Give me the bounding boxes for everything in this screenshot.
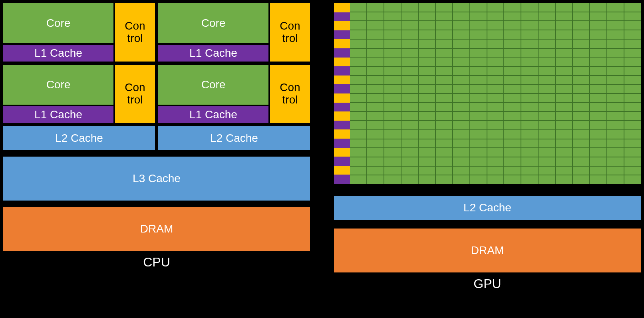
gpu-core-cell: [539, 157, 555, 166]
gpu-core-cell: [367, 175, 384, 184]
gpu-core-cell: [504, 67, 521, 75]
gpu-core-cell: [436, 58, 452, 66]
gpu-core-cell: [384, 12, 401, 21]
gpu-core-cell: [556, 112, 572, 120]
gpu-core-cell: [487, 121, 504, 129]
gpu-core-cell: [504, 139, 521, 148]
gpu-core-cell: [470, 175, 487, 184]
gpu-core-cell: [556, 67, 572, 75]
gpu-core-cell: [487, 103, 504, 111]
gpu-core-cell: [487, 40, 504, 48]
gpu-core-cell: [624, 175, 641, 184]
gpu-core-cell: [521, 139, 538, 148]
gpu-core-cell: [419, 40, 435, 48]
gpu-core-cell: [487, 175, 504, 184]
core-box: Core: [3, 3, 113, 43]
gpu-core-cell: [487, 94, 504, 102]
gpu-core-cell: [350, 12, 366, 21]
gpu-core-cell: [419, 148, 435, 157]
gpu-core-cell: [384, 157, 401, 166]
gpu-core-cell: [556, 157, 572, 166]
gpu-core-cell: [453, 175, 469, 184]
gpu-core-cell: [350, 49, 366, 57]
gpu-core-cell: [367, 21, 384, 30]
gpu-core-cell: [419, 49, 435, 57]
gpu-core-cell: [539, 67, 555, 75]
mini-l1: [334, 48, 350, 58]
cpu-l3-row: L3 Cache: [3, 157, 310, 201]
gpu-core-cell: [436, 103, 452, 111]
gpu-core-cell: [367, 112, 384, 120]
gpu-core-cell: [419, 12, 435, 21]
gpu-core-cell: [384, 112, 401, 120]
gpu-core-cell: [487, 112, 504, 120]
l1-cache: L1 Cache: [3, 106, 113, 123]
mini-control: [334, 93, 350, 103]
gpu-core-cell: [419, 30, 435, 39]
gpu-core-cell: [350, 148, 366, 157]
gpu-core-cell: [607, 103, 624, 111]
gpu-control-l1-column: [334, 3, 350, 184]
gpu-core-cell: [607, 67, 624, 75]
gpu-core-cell: [402, 85, 418, 93]
mini-l1: [334, 66, 350, 76]
l1-cache: L1 Cache: [3, 45, 113, 62]
gpu-core-cell: [384, 167, 401, 175]
gpu-core-cell: [419, 21, 435, 30]
gpu-core-cell: [384, 148, 401, 157]
gpu-core-cell: [607, 58, 624, 66]
gpu-core-cell: [402, 40, 418, 48]
gpu-core-cell: [521, 121, 538, 129]
gpu-core-cell: [556, 30, 572, 39]
gpu-core-cell: [521, 58, 538, 66]
gpu-core-cell: [573, 121, 589, 129]
cpu-core-2: Core Con trol L1 Cache: [3, 65, 155, 123]
gpu-core-cell: [487, 67, 504, 75]
mini-control: [334, 76, 350, 85]
gpu-core-cell: [556, 3, 572, 12]
gpu-core-cell: [470, 49, 487, 57]
gpu-core-cell: [521, 148, 538, 157]
gpu-core-cell: [573, 12, 589, 21]
gpu-dram-row: DRAM: [334, 229, 641, 272]
gpu-core-cell: [402, 139, 418, 148]
gpu-core-cell: [590, 103, 606, 111]
gpu-core-cell: [453, 157, 469, 166]
gpu-core-cell: [590, 85, 606, 93]
gpu-core-cell: [539, 21, 555, 30]
cpu-title: CPU: [3, 255, 310, 270]
gpu-core-cell: [624, 103, 641, 111]
gpu-core-cell: [402, 3, 418, 12]
gpu-core-cell: [521, 12, 538, 21]
gpu-core-cell: [607, 94, 624, 102]
gpu-core-cell: [470, 3, 487, 12]
gpu-core-cell: [590, 112, 606, 120]
gpu-core-cell: [573, 30, 589, 39]
gpu-core-cell: [470, 21, 487, 30]
cpu-core-grid: Core Con trol L1 Cache Core Con trol L1 …: [3, 3, 310, 123]
gpu-core-cell: [607, 21, 624, 30]
gpu-top: [334, 3, 641, 184]
gpu-core-cell: [453, 121, 469, 129]
gpu-core-cell: [590, 40, 606, 48]
gpu-core-cell: [504, 49, 521, 57]
gpu-core-cell: [350, 76, 366, 84]
gpu-core-cell: [367, 76, 384, 84]
gpu-core-cell: [470, 58, 487, 66]
gpu-core-cell: [384, 103, 401, 111]
gpu-core-cell: [470, 112, 487, 120]
gpu-core-cell: [436, 21, 452, 30]
gpu-core-cell: [590, 148, 606, 157]
gpu-core-cell: [367, 12, 384, 21]
gpu-core-cell: [573, 49, 589, 57]
gpu-core-cell: [624, 94, 641, 102]
gpu-core-cell: [419, 112, 435, 120]
gpu-core-cell: [350, 139, 366, 148]
gpu-core-cell: [607, 175, 624, 184]
gpu-core-cell: [453, 40, 469, 48]
gpu-core-cell: [453, 94, 469, 102]
gpu-core-cell: [384, 67, 401, 75]
mini-control: [334, 111, 350, 121]
dram: DRAM: [3, 207, 310, 251]
gpu-core-cell: [521, 49, 538, 57]
